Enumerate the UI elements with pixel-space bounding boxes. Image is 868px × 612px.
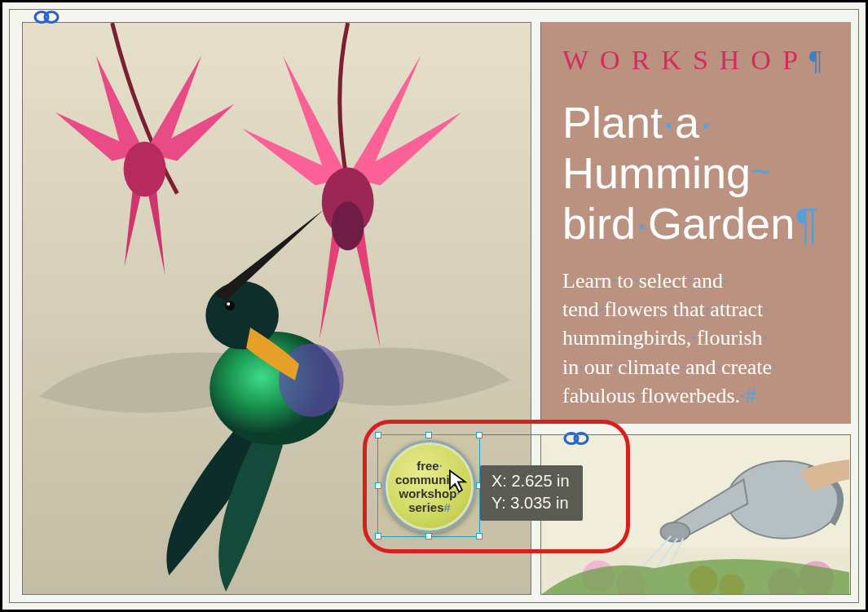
x-value: 2.625 in xyxy=(511,472,569,490)
svg-point-3 xyxy=(332,201,364,250)
y-label: Y: xyxy=(491,494,506,512)
headline-word: Plant xyxy=(562,98,663,147)
headline-word: Humming xyxy=(562,148,751,197)
x-label: X: xyxy=(491,472,507,490)
move-cursor-icon xyxy=(447,469,469,493)
badge-line: series xyxy=(408,500,443,514)
pilcrow-icon: ¶ xyxy=(809,45,822,75)
svg-point-14 xyxy=(660,522,690,542)
svg-point-8 xyxy=(227,302,230,306)
eyebrow-text: WORKSHOP¶ xyxy=(562,45,833,76)
end-of-story-icon: # xyxy=(746,384,756,407)
svg-point-7 xyxy=(225,301,235,310)
svg-point-1 xyxy=(124,142,166,197)
headline-word: bird xyxy=(562,199,636,248)
text-panel[interactable]: WORKSHOP¶ Plant·a· Humming~ bird·Garden¶… xyxy=(540,22,851,424)
y-value: 3.035 in xyxy=(510,494,568,512)
headline: Plant·a· Humming~ bird·Garden¶ xyxy=(562,97,833,249)
eyebrow-label: WORKSHOP xyxy=(562,45,809,75)
link-icon xyxy=(32,8,61,26)
discretionary-hyphen-icon: ~ xyxy=(751,152,771,191)
document-spread[interactable]: WORKSHOP¶ Plant·a· Humming~ bird·Garden¶… xyxy=(0,0,868,612)
body-copy: Learn·to·select·and· tend·flowers·that·a… xyxy=(562,266,833,409)
headline-word: a xyxy=(675,98,699,147)
position-tooltip: X: 2.625 in Y: 3.035 in xyxy=(480,465,583,521)
pilcrow-icon: ¶ xyxy=(795,199,818,248)
headline-word: Garden xyxy=(648,199,795,248)
badge-line: free xyxy=(416,459,439,473)
